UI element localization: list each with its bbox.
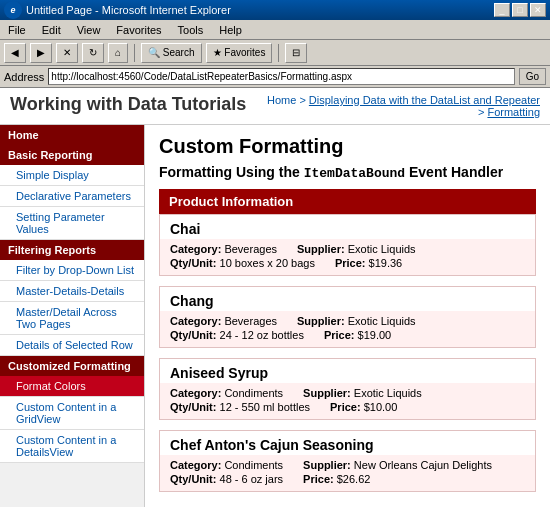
subheading-code: ItemDataBound	[304, 166, 405, 181]
search-button[interactable]: 🔍 Search	[141, 43, 201, 63]
breadcrumb-home[interactable]: Home	[267, 94, 296, 106]
qty-label: Qty/Unit: 10 boxes x 20 bags	[170, 257, 315, 269]
window-title: Untitled Page - Microsoft Internet Explo…	[26, 4, 231, 16]
site-title: Working with Data Tutorials	[10, 94, 246, 115]
sidebar-item-custom-content-detailsview[interactable]: Custom Content in a DetailsView	[0, 430, 144, 463]
home-button[interactable]: ⌂	[108, 43, 128, 63]
sidebar: Home Basic Reporting Simple Display Decl…	[0, 125, 145, 507]
category-label: Category: Beverages	[170, 315, 277, 327]
sidebar-header-customized-formatting: Customized Formatting	[0, 356, 144, 376]
product-detail-row-1: Category: Condiments Supplier: Exotic Li…	[170, 387, 525, 399]
maximize-button[interactable]: □	[512, 3, 528, 17]
refresh-button[interactable]: ↻	[82, 43, 104, 63]
product-details: Category: Condiments Supplier: Exotic Li…	[160, 383, 535, 419]
separator-1	[134, 44, 135, 62]
minimize-button[interactable]: _	[494, 3, 510, 17]
price-label: Price: $19.36	[335, 257, 402, 269]
subheading-suffix: Event Handler	[405, 164, 503, 180]
content-area: Custom Formatting Formatting Using the I…	[145, 125, 550, 507]
content-heading: Custom Formatting	[159, 135, 536, 158]
sidebar-item-setting-parameter-values[interactable]: Setting Parameter Values	[0, 207, 144, 240]
sidebar-item-master-details-details[interactable]: Master-Details-Details	[0, 281, 144, 302]
sidebar-header-basic-reporting: Basic Reporting	[0, 145, 144, 165]
product-item: Chai Category: Beverages Supplier: Exoti…	[159, 214, 536, 276]
product-name: Aniseed Syrup	[160, 359, 535, 383]
sidebar-header-filtering-reports: Filtering Reports	[0, 240, 144, 260]
product-detail-row-1: Category: Beverages Supplier: Exotic Liq…	[170, 315, 525, 327]
qty-label: Qty/Unit: 24 - 12 oz bottles	[170, 329, 304, 341]
window-controls[interactable]: _ □ ✕	[494, 3, 546, 17]
sidebar-item-format-colors[interactable]: Format Colors	[0, 376, 144, 397]
category-label: Category: Beverages	[170, 243, 277, 255]
product-details: Category: Beverages Supplier: Exotic Liq…	[160, 311, 535, 347]
price-label: Price: $10.00	[330, 401, 397, 413]
address-bar-row: Address Go	[0, 66, 550, 88]
supplier-label: Supplier: Exotic Liquids	[303, 387, 422, 399]
product-name: Chang	[160, 287, 535, 311]
back-button[interactable]: ◀	[4, 43, 26, 63]
category-label: Category: Condiments	[170, 459, 283, 471]
menu-bar: File Edit View Favorites Tools Help	[0, 20, 550, 40]
product-details: Category: Condiments Supplier: New Orlea…	[160, 455, 535, 491]
menu-favorites[interactable]: Favorites	[112, 23, 165, 37]
supplier-label: Supplier: New Orleans Cajun Delights	[303, 459, 492, 471]
product-name: Chef Anton's Cajun Seasoning	[160, 431, 535, 455]
sidebar-item-filter-dropdown[interactable]: Filter by Drop-Down List	[0, 260, 144, 281]
qty-label: Qty/Unit: 12 - 550 ml bottles	[170, 401, 310, 413]
forward-button[interactable]: ▶	[30, 43, 52, 63]
product-name: Chai	[160, 215, 535, 239]
subheading-prefix: Formatting Using the	[159, 164, 304, 180]
favorites-button[interactable]: ★ Favorites	[206, 43, 273, 63]
product-detail-row-2: Qty/Unit: 48 - 6 oz jars Price: $26.62	[170, 473, 525, 485]
category-label: Category: Condiments	[170, 387, 283, 399]
sidebar-item-details-selected-row[interactable]: Details of Selected Row	[0, 335, 144, 356]
sidebar-item-custom-content-gridview[interactable]: Custom Content in a GridView	[0, 397, 144, 430]
breadcrumb: Home > Displaying Data with the DataList…	[267, 94, 540, 118]
sidebar-home[interactable]: Home	[0, 125, 144, 145]
toolbar: ◀ ▶ ✕ ↻ ⌂ 🔍 Search ★ Favorites ⊟	[0, 40, 550, 66]
sidebar-item-master-detail-across[interactable]: Master/Detail Across Two Pages	[0, 302, 144, 335]
menu-edit[interactable]: Edit	[38, 23, 65, 37]
supplier-label: Supplier: Exotic Liquids	[297, 315, 416, 327]
product-detail-row-2: Qty/Unit: 12 - 550 ml bottles Price: $10…	[170, 401, 525, 413]
breadcrumb-sep1: >	[299, 94, 308, 106]
breadcrumb-sep2: >	[478, 106, 487, 118]
sidebar-item-simple-display[interactable]: Simple Display	[0, 165, 144, 186]
product-item: Chang Category: Beverages Supplier: Exot…	[159, 286, 536, 348]
title-bar: e Untitled Page - Microsoft Internet Exp…	[0, 0, 550, 20]
product-item: Aniseed Syrup Category: Condiments Suppl…	[159, 358, 536, 420]
sidebar-item-declarative-parameters[interactable]: Declarative Parameters	[0, 186, 144, 207]
address-label: Address	[4, 71, 44, 83]
browser-content: Home Basic Reporting Simple Display Decl…	[0, 125, 550, 507]
menu-view[interactable]: View	[73, 23, 105, 37]
product-detail-row-1: Category: Condiments Supplier: New Orlea…	[170, 459, 525, 471]
ie-icon: e	[4, 1, 22, 19]
product-item: Chef Anton's Cajun Seasoning Category: C…	[159, 430, 536, 492]
page-header: Working with Data Tutorials Home > Displ…	[0, 88, 550, 125]
price-label: Price: $19.00	[324, 329, 391, 341]
product-detail-row-2: Qty/Unit: 10 boxes x 20 bags Price: $19.…	[170, 257, 525, 269]
price-label: Price: $26.62	[303, 473, 370, 485]
supplier-label: Supplier: Exotic Liquids	[297, 243, 416, 255]
menu-tools[interactable]: Tools	[174, 23, 208, 37]
product-section-header: Product Information	[159, 189, 536, 214]
history-button[interactable]: ⊟	[285, 43, 307, 63]
breadcrumb-current: Formatting	[487, 106, 540, 118]
menu-help[interactable]: Help	[215, 23, 246, 37]
stop-button[interactable]: ✕	[56, 43, 78, 63]
close-button[interactable]: ✕	[530, 3, 546, 17]
product-detail-row-2: Qty/Unit: 24 - 12 oz bottles Price: $19.…	[170, 329, 525, 341]
product-details: Category: Beverages Supplier: Exotic Liq…	[160, 239, 535, 275]
breadcrumb-parent[interactable]: Displaying Data with the DataList and Re…	[309, 94, 540, 106]
menu-file[interactable]: File	[4, 23, 30, 37]
separator-2	[278, 44, 279, 62]
go-button[interactable]: Go	[519, 68, 546, 85]
product-detail-row-1: Category: Beverages Supplier: Exotic Liq…	[170, 243, 525, 255]
product-list: Chai Category: Beverages Supplier: Exoti…	[159, 214, 536, 492]
qty-label: Qty/Unit: 48 - 6 oz jars	[170, 473, 283, 485]
address-input[interactable]	[48, 68, 514, 85]
content-subheading: Formatting Using the ItemDataBound Event…	[159, 164, 536, 181]
